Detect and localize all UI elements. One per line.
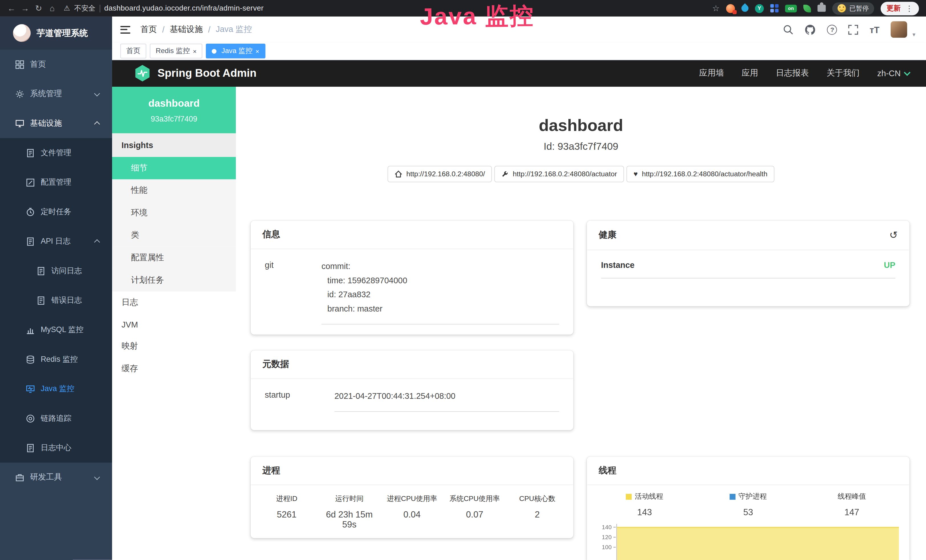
bookmark-star-icon[interactable]: ☆ (712, 3, 720, 13)
github-icon[interactable] (805, 24, 816, 35)
sidebar-item-config-management[interactable]: 配置管理 (0, 168, 112, 197)
leaf-extension-icon[interactable] (803, 5, 811, 12)
blue-legend-swatch (729, 493, 735, 499)
y-extension-icon[interactable]: Y (755, 4, 764, 12)
reload-icon[interactable]: ↻ (32, 3, 45, 13)
puzzle-extensions-icon[interactable] (818, 5, 826, 12)
sidebar-item-mysql-monitor[interactable]: MySQL 监控 (0, 315, 112, 344)
metadata-value: 2021-04-27T00:44:31.254+08:00 (334, 389, 559, 412)
tab-home[interactable]: 首页 (120, 44, 146, 59)
tab-java-monitor[interactable]: Java 监控 × (206, 44, 265, 59)
security-label[interactable]: 不安全 (74, 3, 95, 13)
sba-item-mappings[interactable]: 映射 (112, 335, 236, 358)
card-title: 健康 (599, 230, 616, 241)
instance-name: dashboard (117, 98, 231, 109)
sba-nav-wallboard[interactable]: 应用墙 (699, 68, 724, 79)
sba-item-caches[interactable]: 缓存 (112, 357, 236, 380)
sba-locale-select[interactable]: zh-CN (877, 68, 909, 78)
back-icon[interactable]: ← (5, 3, 18, 13)
logo-image (13, 24, 31, 42)
sba-brand-title[interactable]: Spring Boot Admin (157, 67, 256, 80)
instance-links: http://192.168.0.2:48080/ http://192.168… (236, 166, 926, 182)
sidebar-item-infrastructure[interactable]: 基础设施 (0, 109, 112, 138)
breadcrumb-home[interactable]: 首页 (140, 24, 157, 35)
sba-item-logs[interactable]: 日志 (112, 292, 236, 314)
sba-nav-journal[interactable]: 日志报表 (776, 68, 809, 79)
sba-item-environment[interactable]: 环境 (112, 202, 236, 224)
address-bar[interactable]: ⚠ 不安全 dashboard.yudao.iocoder.cn/infra/a… (64, 3, 263, 13)
user-avatar[interactable] (891, 21, 907, 38)
profile-paused-badge[interactable]: 已暂停 (832, 2, 874, 14)
link-label: http://192.168.0.2:48080/actuator (513, 170, 617, 178)
fullscreen-icon[interactable] (849, 24, 858, 35)
home-icon[interactable]: ⌂ (45, 3, 59, 13)
metadata-row: startup 2021-04-27T00:44:31.254+08:00 (265, 389, 559, 412)
sidebar-item-dev-tools[interactable]: 研发工具 (0, 462, 112, 492)
sidebar-item-java-monitor[interactable]: Java 监控 (0, 374, 112, 403)
fox-extension-icon[interactable] (726, 4, 735, 12)
sidebar-item-file-management[interactable]: 文件管理 (0, 138, 112, 168)
document-icon (36, 296, 45, 305)
grid-extension-icon[interactable] (770, 4, 779, 12)
actuator-url-link[interactable]: http://192.168.0.2:48080/actuator (495, 166, 624, 182)
info-key: git (265, 259, 322, 325)
font-size-icon[interactable]: тT (870, 24, 879, 35)
sidebar-item-system-management[interactable]: 系统管理 (0, 79, 112, 108)
sba-item-classes[interactable]: 类 (112, 224, 236, 247)
screen: ← → ↻ ⌂ ⚠ 不安全 dashboard.yudao.iocoder.cn… (0, 0, 926, 560)
info-card-header: 信息 (251, 221, 573, 248)
sidebar-item-api-logs[interactable]: API 日志 (0, 227, 112, 256)
on-badge-extension-icon[interactable]: on (785, 5, 797, 12)
health-url-link[interactable]: ♥ http://192.168.0.2:48080/actuator/heal… (626, 166, 775, 182)
close-icon[interactable]: × (256, 47, 259, 54)
tab-label: Redis 监控 (156, 46, 190, 56)
sidebar-item-error-logs[interactable]: 错误日志 (0, 286, 112, 315)
sidebar-item-log-center[interactable]: 日志中心 (0, 433, 112, 462)
sba-nav-applications[interactable]: 应用 (741, 68, 758, 79)
legend-peak-threads: 线程峰值 147 (800, 492, 903, 517)
service-url-link[interactable]: http://192.168.0.2:48080/ (387, 166, 492, 182)
sidebar-item-home[interactable]: 首页 (0, 50, 112, 79)
drop-extension-icon[interactable] (740, 3, 750, 13)
sba-item-metrics[interactable]: 性能 (112, 179, 236, 202)
sba-item-config-props[interactable]: 配置属性 (112, 247, 236, 269)
update-label: 更新 (887, 3, 901, 13)
sidebar-item-access-logs[interactable]: 访问日志 (0, 256, 112, 286)
chrome-update-button[interactable]: 更新 ⋮ (881, 2, 919, 15)
health-instance-row[interactable]: Instance UP (601, 260, 895, 278)
sidebar-item-trace[interactable]: 链路追踪 (0, 404, 112, 433)
chevron-up-icon (94, 239, 100, 245)
sba-content: dashboard Id: 93a3fc7f7409 http://192.16… (236, 87, 926, 560)
home-icon (394, 171, 402, 178)
sba-item-scheduled[interactable]: 计划任务 (112, 269, 236, 292)
help-icon[interactable]: ? (827, 24, 837, 35)
sidebar-item-redis-monitor[interactable]: Redis 监控 (0, 345, 112, 374)
health-card: 健康 ↺ Instance UP (587, 221, 909, 306)
threads-card-header: 线程 (587, 457, 909, 484)
sba-instance-header[interactable]: dashboard 93a3fc7f7409 (112, 87, 236, 133)
sba-nav-about[interactable]: 关于我们 (826, 68, 859, 79)
sidebar-item-label: 研发工具 (30, 472, 62, 483)
url-text[interactable]: dashboard.yudao.iocoder.cn/infra/admin-s… (104, 4, 264, 12)
metadata-card-header: 元数据 (251, 351, 573, 378)
close-icon[interactable]: × (193, 47, 197, 54)
heart-icon: ♥ (634, 170, 638, 178)
tabs-bar: 首页 Redis 监控 × Java 监控 × (112, 42, 926, 60)
search-icon[interactable] (783, 24, 793, 35)
sidebar-item-label: 基础设施 (30, 118, 62, 129)
edit-icon (26, 178, 35, 187)
tab-redis-monitor[interactable]: Redis 监控 × (150, 44, 203, 59)
history-icon[interactable]: ↺ (889, 229, 897, 241)
hamburger-icon[interactable] (120, 26, 130, 33)
forward-icon[interactable]: → (18, 3, 32, 13)
bar-chart-icon (26, 325, 35, 334)
sidebar-item-scheduled-tasks[interactable]: 定时任务 (0, 197, 112, 227)
breadcrumb-infrastructure[interactable]: 基础设施 (170, 24, 203, 35)
wrench-icon (502, 171, 509, 178)
sba-item-jvm[interactable]: JVM (112, 314, 236, 335)
browser-menu-icon[interactable]: ⋮ (905, 4, 913, 12)
sidebar-item-label: 访问日志 (51, 266, 82, 276)
sba-item-details[interactable]: 细节 (112, 157, 236, 179)
app-logo[interactable]: 芋道管理系统 (0, 17, 112, 50)
info-git-row: git commit: time: 1596289704000 id: 27aa… (265, 259, 559, 325)
